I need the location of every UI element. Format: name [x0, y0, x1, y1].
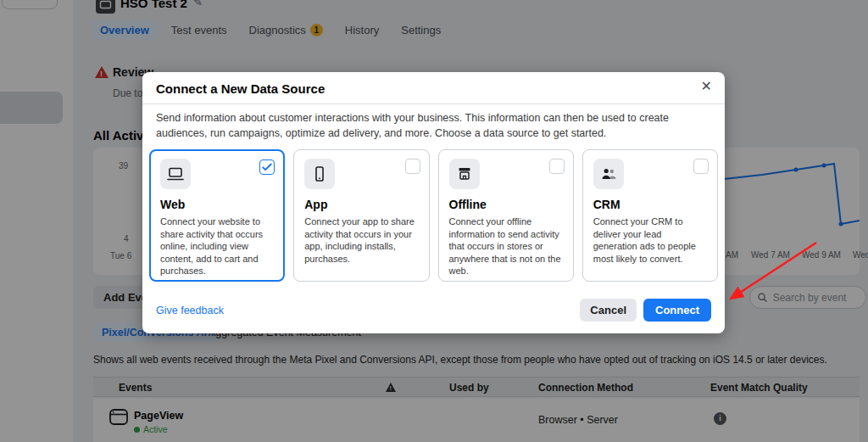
cancel-button[interactable]: Cancel: [580, 299, 637, 322]
close-icon[interactable]: ✕: [701, 80, 712, 93]
mobile-icon: [304, 159, 335, 189]
modal-footer: Give feedback Cancel Connect: [142, 282, 725, 333]
events-manager-page: HSO Test 2 ✎ Overview Test events Diagno…: [0, 0, 868, 442]
laptop-icon: [160, 159, 191, 189]
data-source-card-offline[interactable]: Offline Connect your offline information…: [438, 149, 574, 282]
store-icon: [449, 159, 480, 189]
data-source-cards: Web Connect your website to share activi…: [142, 149, 725, 282]
data-source-card-crm[interactable]: CRM Connect your CRM to deliver your lea…: [582, 149, 718, 282]
modal-description: Send information about customer interact…: [142, 104, 725, 149]
connect-data-source-modal: Connect a New Data Source ✕ Send informa…: [142, 72, 725, 333]
crm-checkbox[interactable]: [693, 159, 709, 174]
data-source-card-app[interactable]: App Connect your app to share activity t…: [293, 149, 429, 282]
offline-checkbox[interactable]: [549, 159, 565, 174]
connect-button[interactable]: Connect: [643, 299, 711, 322]
give-feedback-link[interactable]: Give feedback: [156, 305, 224, 316]
card-description: Connect your offline information to send…: [449, 215, 563, 277]
people-icon: [593, 159, 624, 189]
modal-title: Connect a New Data Source: [156, 81, 711, 96]
card-title: CRM: [593, 198, 707, 211]
card-title: Offline: [449, 198, 563, 211]
card-description: Connect your CRM to deliver your lead ge…: [593, 215, 707, 265]
card-title: Web: [160, 198, 274, 211]
modal-header: Connect a New Data Source ✕: [142, 72, 725, 104]
web-checkbox[interactable]: [259, 159, 275, 175]
card-description: Connect your app to share activity that …: [304, 215, 418, 265]
data-source-card-web[interactable]: Web Connect your website to share activi…: [149, 149, 285, 282]
check-icon: [261, 161, 273, 173]
app-checkbox[interactable]: [405, 159, 420, 174]
card-title: App: [304, 198, 418, 211]
card-description: Connect your website to share activity t…: [160, 215, 274, 277]
